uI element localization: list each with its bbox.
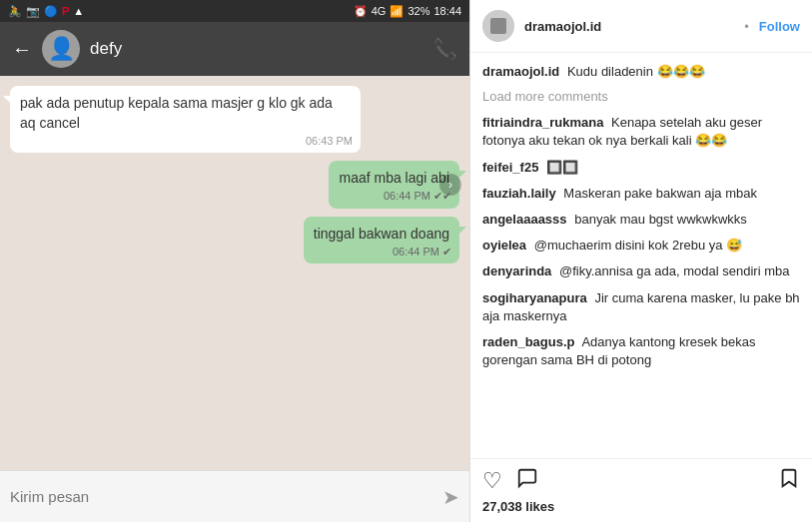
- comment-0: dramaojol.id Kudu diladenin 😂😂😂: [482, 63, 800, 81]
- comment-username: oyielea: [482, 238, 526, 253]
- read-ticks: ✔: [442, 245, 451, 260]
- comment-7: denyarinda @fiky.annisa ga ada, modal se…: [482, 262, 800, 280]
- comment-9: raden_bagus.p Adanya kantong kresek beka…: [482, 333, 800, 369]
- message-text: maaf mba lagi abi: [339, 170, 449, 186]
- read-ticks: ✔✔: [433, 189, 451, 204]
- comment-2: fitriaindra_rukmana Kenapa setelah aku g…: [482, 114, 800, 150]
- wifi-icon: ▲: [73, 5, 84, 17]
- instagram-panel: dramaojol.id • Follow dramaojol.id Kudu …: [469, 0, 812, 522]
- ig-user-avatar: [482, 10, 514, 42]
- sent-message-1: maaf mba lagi abi › 06:44 PM ✔✔: [329, 161, 459, 209]
- pinterest-icon: P: [62, 5, 69, 17]
- chat-messages: pak ada penutup kepala sama masjer g klo…: [0, 76, 469, 470]
- comment-username: raden_bagus.p: [482, 334, 574, 349]
- comment-username: feifei_f25: [482, 160, 538, 175]
- signal-bars: 📶: [390, 5, 404, 18]
- message-text: pak ada penutup kepala sama masjer g klo…: [20, 95, 333, 131]
- like-button[interactable]: ♡: [482, 468, 502, 494]
- comment-6: oyielea @muchaerim disini kok 2rebu ya 😅: [482, 237, 800, 255]
- comments-area: dramaojol.id Kudu diladenin 😂😂😂 Load mor…: [470, 53, 812, 458]
- ig-actions-bar: ♡: [470, 458, 812, 499]
- message-text: tinggal bakwan doang: [314, 226, 449, 242]
- status-icons: 🚴 📷 🔵 P ▲: [8, 5, 84, 18]
- alarm-icon: ⏰: [354, 5, 368, 18]
- comment-button[interactable]: [516, 467, 538, 495]
- person-icon: 👤: [48, 36, 75, 62]
- message-time: 06:43 PM: [306, 134, 353, 149]
- likes-count: 27,038 likes: [470, 499, 812, 522]
- chat-header: ← 👤 defy 📞: [0, 22, 469, 76]
- load-more-button[interactable]: Load more comments: [482, 89, 800, 104]
- bluetooth-icon: 🔵: [44, 5, 58, 18]
- comment-3: feifei_f25 🔲🔲: [482, 159, 800, 177]
- sent-message-2: tinggal bakwan doang 06:44 PM ✔: [304, 217, 459, 264]
- back-button[interactable]: ←: [12, 38, 32, 61]
- bookmark-button[interactable]: [778, 467, 800, 495]
- chat-input-bar: ➤: [0, 470, 469, 522]
- comment-text: Kudu diladenin 😂😂😂: [567, 64, 705, 79]
- comment-text: 🔲🔲: [546, 160, 578, 175]
- comment-text: banyak mau bgst wwkwkwkks: [574, 212, 747, 227]
- bike-icon: 🚴: [8, 5, 22, 18]
- comment-8: sogiharyanapura Jir cuma karena masker, …: [482, 289, 800, 325]
- send-button[interactable]: ➤: [442, 485, 459, 509]
- comment-username: fitriaindra_rukmana: [482, 115, 603, 130]
- whatsapp-panel: 🚴 📷 🔵 P ▲ ⏰ 4G 📶 32% 18:44 ← 👤 defy 📞 pa…: [0, 0, 469, 522]
- current-time: 18:44: [433, 5, 461, 17]
- message-time: 06:44 PM ✔✔: [384, 189, 451, 204]
- message-time: 06:44 PM ✔: [393, 245, 451, 260]
- svg-rect-1: [490, 18, 506, 34]
- status-bar: 🚴 📷 🔵 P ▲ ⏰ 4G 📶 32% 18:44: [0, 0, 469, 22]
- comment-username: dramaojol.id: [482, 64, 559, 79]
- message-input[interactable]: [10, 488, 434, 505]
- ig-username: dramaojol.id: [524, 19, 734, 34]
- comment-username: angelaaaasss: [482, 212, 567, 227]
- comment-5: angelaaaasss banyak mau bgst wwkwkwkks: [482, 211, 800, 229]
- dot-separator: •: [744, 19, 749, 34]
- comment-username: sogiharyanapura: [482, 290, 587, 305]
- follow-button[interactable]: Follow: [759, 19, 800, 34]
- camera-icon: 📷: [26, 5, 40, 18]
- comment-username: fauziah.laily: [482, 186, 556, 201]
- comment-username: denyarinda: [482, 263, 551, 278]
- network-type: 4G: [372, 5, 387, 17]
- status-right-info: ⏰ 4G 📶 32% 18:44: [354, 5, 461, 18]
- received-message-1: pak ada penutup kepala sama masjer g klo…: [10, 86, 361, 153]
- comment-text: Maskeran pake bakwan aja mbak: [563, 186, 757, 201]
- comment-4: fauziah.laily Maskeran pake bakwan aja m…: [482, 185, 800, 203]
- contact-name: defy: [90, 39, 422, 59]
- comment-text: @muchaerim disini kok 2rebu ya 😅: [534, 238, 742, 253]
- ig-post-header: dramaojol.id • Follow: [470, 0, 812, 53]
- contact-avatar: 👤: [42, 30, 80, 68]
- call-button[interactable]: 📞: [432, 37, 457, 61]
- battery-level: 32%: [407, 5, 429, 17]
- comment-text: @fiky.annisa ga ada, modal sendiri mba: [559, 263, 789, 278]
